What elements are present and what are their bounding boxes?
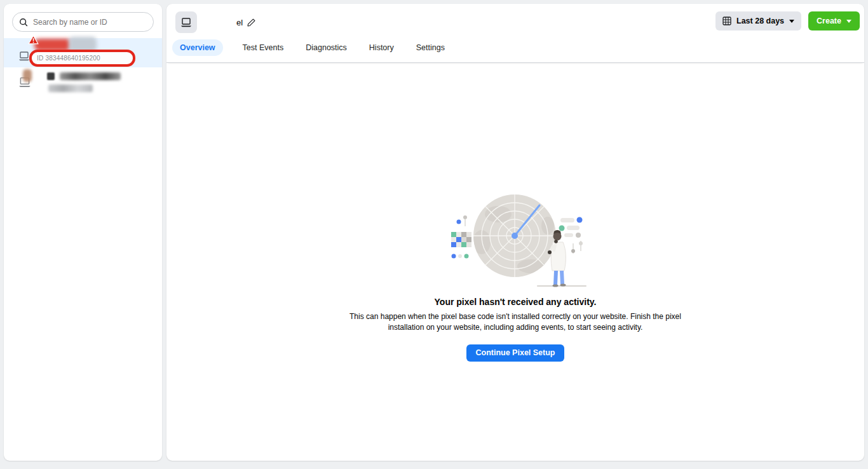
- redacted-avatar: [23, 69, 32, 82]
- date-range-button[interactable]: Last 28 days: [715, 11, 801, 31]
- create-label: Create: [817, 17, 841, 25]
- pixel-name: el: [206, 17, 256, 27]
- redacted-name-line: [60, 72, 121, 80]
- redacted-name-block: [47, 72, 55, 80]
- search-box[interactable]: [12, 12, 154, 32]
- continue-pixel-setup-button[interactable]: Continue Pixel Setup: [466, 344, 564, 362]
- edit-pencil-icon[interactable]: [247, 18, 256, 27]
- pixel-type-laptop-icon: [175, 11, 197, 33]
- tab-test-events[interactable]: Test Events: [240, 39, 287, 56]
- search-icon: [19, 18, 28, 27]
- redacted-id-line: [48, 85, 93, 92]
- overview-content: Your pixel hasn't received any activity.…: [166, 63, 864, 362]
- calendar-grid-icon: [722, 17, 731, 25]
- caret-down-icon: [846, 20, 851, 23]
- pixel-id: ID 383448640195200: [37, 55, 100, 62]
- radar-illustration: [436, 190, 595, 289]
- main-header: el Last 28 days Create: [166, 4, 864, 33]
- pixel-list-item[interactable]: [4, 67, 162, 99]
- pixel-name-suffix: el: [236, 18, 243, 27]
- caret-down-icon: [789, 20, 794, 23]
- laptop-icon: [18, 51, 31, 64]
- pixel-list-item-selected[interactable]: ID 383448640195200: [4, 38, 162, 67]
- search-input[interactable]: [33, 18, 147, 27]
- tab-history[interactable]: History: [367, 39, 397, 56]
- pixel-detail-panel: el Last 28 days Create Overview Test Eve…: [166, 4, 864, 461]
- pixel-list-sidebar: ID 383448640195200: [4, 4, 162, 461]
- tabs-row: Overview Test Events Diagnostics History…: [166, 33, 864, 63]
- date-range-label: Last 28 days: [736, 17, 784, 25]
- tab-diagnostics[interactable]: Diagnostics: [303, 39, 349, 56]
- create-button[interactable]: Create: [808, 11, 860, 31]
- pixel-id-annotation-box: ID 383448640195200: [29, 50, 135, 67]
- empty-state-description: This can happen when the pixel base code…: [342, 311, 689, 334]
- redacted-pixel-name-header: [206, 17, 236, 27]
- empty-state-title: Your pixel hasn't received any activity.: [435, 297, 597, 307]
- tab-settings[interactable]: Settings: [414, 39, 447, 56]
- warning-triangle-icon: [28, 35, 39, 47]
- tab-overview[interactable]: Overview: [172, 39, 223, 56]
